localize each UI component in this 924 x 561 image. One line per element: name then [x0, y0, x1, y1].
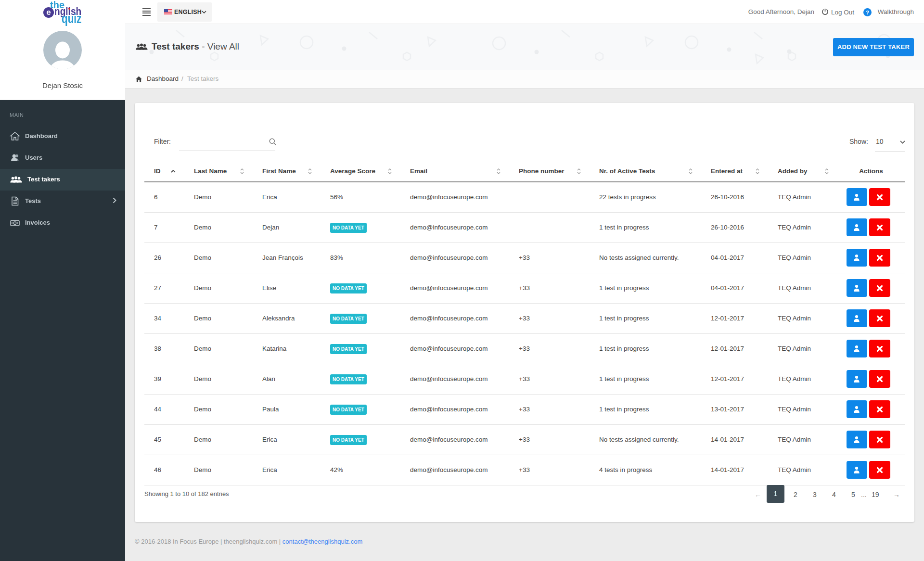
- svg-text:?: ?: [866, 10, 869, 15]
